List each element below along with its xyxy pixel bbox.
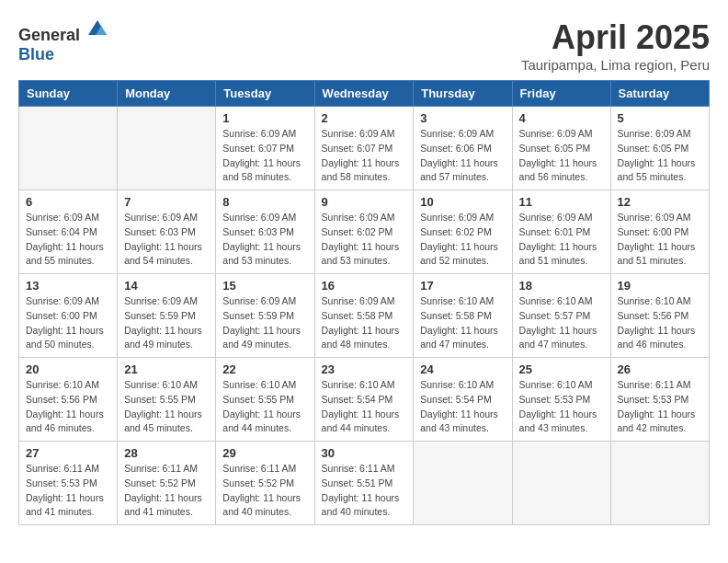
day-detail: Sunrise: 6:10 AM Sunset: 5:58 PM Dayligh…: [420, 294, 505, 352]
logo-general: General: [18, 26, 80, 44]
day-detail: Sunrise: 6:10 AM Sunset: 5:54 PM Dayligh…: [420, 378, 505, 436]
day-cell: 16Sunrise: 6:09 AM Sunset: 5:58 PM Dayli…: [314, 274, 414, 358]
day-number: 30: [322, 446, 407, 460]
logo-text: General Blue: [18, 18, 108, 64]
day-cell: 3Sunrise: 6:09 AM Sunset: 6:06 PM Daylig…: [414, 107, 512, 190]
day-cell: 2Sunrise: 6:09 AM Sunset: 6:07 PM Daylig…: [314, 107, 414, 190]
day-cell: 14Sunrise: 6:09 AM Sunset: 5:59 PM Dayli…: [118, 274, 216, 358]
day-detail: Sunrise: 6:09 AM Sunset: 6:04 PM Dayligh…: [26, 211, 110, 269]
day-cell: 7Sunrise: 6:09 AM Sunset: 6:03 PM Daylig…: [118, 190, 216, 274]
day-cell: 10Sunrise: 6:09 AM Sunset: 6:02 PM Dayli…: [414, 190, 512, 274]
day-cell: 9Sunrise: 6:09 AM Sunset: 6:02 PM Daylig…: [314, 190, 414, 274]
day-number: 2: [322, 111, 407, 125]
week-row-2: 6Sunrise: 6:09 AM Sunset: 6:04 PM Daylig…: [19, 190, 710, 274]
day-detail: Sunrise: 6:09 AM Sunset: 5:59 PM Dayligh…: [124, 294, 209, 352]
day-cell: [118, 107, 216, 190]
day-detail: Sunrise: 6:10 AM Sunset: 5:55 PM Dayligh…: [222, 378, 307, 436]
day-cell: 30Sunrise: 6:11 AM Sunset: 5:51 PM Dayli…: [314, 442, 414, 525]
day-cell: 5Sunrise: 6:09 AM Sunset: 6:05 PM Daylig…: [610, 107, 709, 190]
day-detail: Sunrise: 6:09 AM Sunset: 6:06 PM Dayligh…: [420, 127, 505, 185]
day-cell: 4Sunrise: 6:09 AM Sunset: 6:05 PM Daylig…: [512, 107, 610, 190]
day-number: 12: [618, 195, 702, 209]
day-detail: Sunrise: 6:09 AM Sunset: 6:02 PM Dayligh…: [420, 211, 505, 269]
day-cell: 8Sunrise: 6:09 AM Sunset: 6:03 PM Daylig…: [216, 190, 314, 274]
day-number: 22: [222, 362, 307, 376]
col-saturday: Saturday: [610, 81, 709, 107]
day-detail: Sunrise: 6:09 AM Sunset: 6:05 PM Dayligh…: [519, 127, 604, 185]
title-section: April 2025 Tauripampa, Lima region, Peru: [521, 18, 710, 73]
day-cell: 23Sunrise: 6:10 AM Sunset: 5:54 PM Dayli…: [314, 358, 414, 442]
header-row: Sunday Monday Tuesday Wednesday Thursday…: [19, 81, 710, 107]
day-number: 17: [420, 279, 505, 293]
day-cell: [512, 442, 610, 525]
day-number: 16: [322, 279, 407, 293]
header: General Blue April 2025 Tauripampa, Lima…: [18, 18, 710, 73]
day-detail: Sunrise: 6:10 AM Sunset: 5:57 PM Dayligh…: [519, 294, 604, 352]
page-wrapper: General Blue April 2025 Tauripampa, Lima…: [18, 18, 710, 525]
day-detail: Sunrise: 6:09 AM Sunset: 6:02 PM Dayligh…: [322, 211, 407, 269]
day-number: 8: [222, 195, 307, 209]
day-cell: 27Sunrise: 6:11 AM Sunset: 5:53 PM Dayli…: [19, 442, 118, 525]
logo-blue: Blue: [18, 45, 54, 63]
day-number: 15: [222, 279, 307, 293]
day-cell: 26Sunrise: 6:11 AM Sunset: 5:53 PM Dayli…: [610, 358, 709, 442]
day-cell: 15Sunrise: 6:09 AM Sunset: 5:59 PM Dayli…: [216, 274, 314, 358]
day-detail: Sunrise: 6:09 AM Sunset: 6:00 PM Dayligh…: [26, 294, 110, 352]
day-cell: 28Sunrise: 6:11 AM Sunset: 5:52 PM Dayli…: [118, 442, 216, 525]
day-number: 9: [322, 195, 407, 209]
day-detail: Sunrise: 6:09 AM Sunset: 6:03 PM Dayligh…: [124, 211, 209, 269]
day-detail: Sunrise: 6:09 AM Sunset: 5:59 PM Dayligh…: [222, 294, 307, 352]
location-subtitle: Tauripampa, Lima region, Peru: [521, 57, 710, 73]
day-cell: [414, 442, 512, 525]
day-detail: Sunrise: 6:10 AM Sunset: 5:55 PM Dayligh…: [124, 378, 209, 436]
day-cell: [19, 107, 118, 190]
day-number: 13: [26, 279, 110, 293]
day-detail: Sunrise: 6:09 AM Sunset: 6:00 PM Dayligh…: [618, 211, 702, 269]
day-cell: 21Sunrise: 6:10 AM Sunset: 5:55 PM Dayli…: [118, 358, 216, 442]
col-sunday: Sunday: [19, 81, 118, 107]
day-cell: 20Sunrise: 6:10 AM Sunset: 5:56 PM Dayli…: [19, 358, 118, 442]
col-friday: Friday: [512, 81, 610, 107]
day-number: 21: [124, 362, 209, 376]
day-number: 6: [26, 195, 110, 209]
day-detail: Sunrise: 6:09 AM Sunset: 6:01 PM Dayligh…: [519, 211, 604, 269]
day-cell: 24Sunrise: 6:10 AM Sunset: 5:54 PM Dayli…: [414, 358, 512, 442]
day-cell: 29Sunrise: 6:11 AM Sunset: 5:52 PM Dayli…: [216, 442, 314, 525]
day-detail: Sunrise: 6:11 AM Sunset: 5:51 PM Dayligh…: [322, 462, 407, 520]
day-number: 3: [420, 111, 505, 125]
day-number: 7: [124, 195, 209, 209]
day-cell: 22Sunrise: 6:10 AM Sunset: 5:55 PM Dayli…: [216, 358, 314, 442]
day-detail: Sunrise: 6:09 AM Sunset: 5:58 PM Dayligh…: [322, 294, 407, 352]
day-detail: Sunrise: 6:10 AM Sunset: 5:53 PM Dayligh…: [519, 378, 604, 436]
logo-icon: [86, 18, 108, 40]
month-title: April 2025: [521, 18, 710, 57]
day-detail: Sunrise: 6:11 AM Sunset: 5:53 PM Dayligh…: [26, 462, 110, 520]
col-thursday: Thursday: [414, 81, 512, 107]
day-detail: Sunrise: 6:11 AM Sunset: 5:52 PM Dayligh…: [124, 462, 209, 520]
day-cell: 12Sunrise: 6:09 AM Sunset: 6:00 PM Dayli…: [610, 190, 709, 274]
day-detail: Sunrise: 6:09 AM Sunset: 6:07 PM Dayligh…: [222, 127, 307, 185]
day-cell: 25Sunrise: 6:10 AM Sunset: 5:53 PM Dayli…: [512, 358, 610, 442]
day-number: 26: [618, 362, 702, 376]
col-monday: Monday: [118, 81, 216, 107]
day-detail: Sunrise: 6:10 AM Sunset: 5:56 PM Dayligh…: [26, 378, 110, 436]
day-cell: 1Sunrise: 6:09 AM Sunset: 6:07 PM Daylig…: [216, 107, 314, 190]
day-cell: 13Sunrise: 6:09 AM Sunset: 6:00 PM Dayli…: [19, 274, 118, 358]
day-detail: Sunrise: 6:10 AM Sunset: 5:54 PM Dayligh…: [322, 378, 407, 436]
day-cell: 11Sunrise: 6:09 AM Sunset: 6:01 PM Dayli…: [512, 190, 610, 274]
logo: General Blue: [18, 18, 108, 64]
day-number: 24: [420, 362, 505, 376]
day-cell: 17Sunrise: 6:10 AM Sunset: 5:58 PM Dayli…: [414, 274, 512, 358]
calendar-table: Sunday Monday Tuesday Wednesday Thursday…: [18, 80, 710, 525]
day-number: 19: [618, 279, 702, 293]
day-detail: Sunrise: 6:11 AM Sunset: 5:52 PM Dayligh…: [222, 462, 307, 520]
day-detail: Sunrise: 6:09 AM Sunset: 6:03 PM Dayligh…: [222, 211, 307, 269]
day-cell: 19Sunrise: 6:10 AM Sunset: 5:56 PM Dayli…: [610, 274, 709, 358]
day-cell: [610, 442, 709, 525]
day-number: 5: [618, 111, 702, 125]
day-detail: Sunrise: 6:10 AM Sunset: 5:56 PM Dayligh…: [618, 294, 702, 352]
day-number: 28: [124, 446, 209, 460]
day-number: 29: [222, 446, 307, 460]
day-number: 23: [322, 362, 407, 376]
week-row-4: 20Sunrise: 6:10 AM Sunset: 5:56 PM Dayli…: [19, 358, 710, 442]
